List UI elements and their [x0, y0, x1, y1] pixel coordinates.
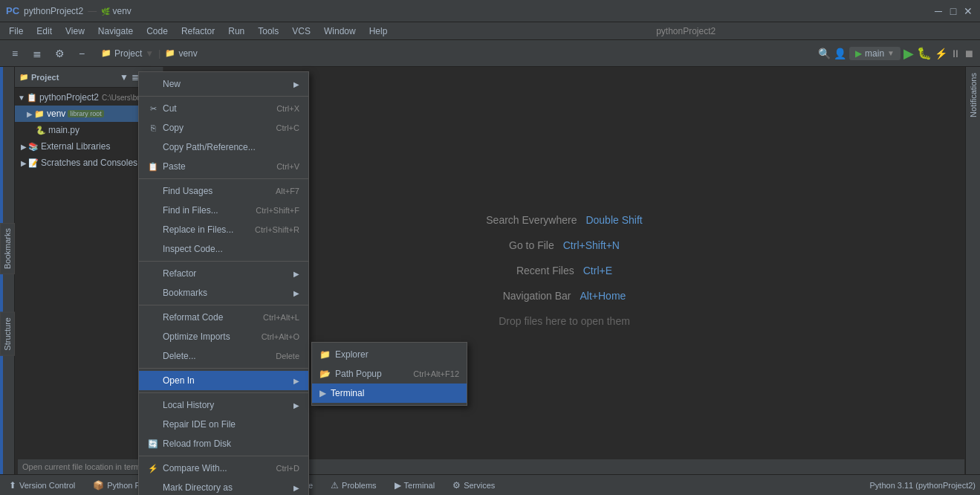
ctx-cut[interactable]: ✂ Cut Ctrl+X — [139, 99, 308, 118]
ctx-repair-ide[interactable]: Repair IDE on File — [139, 415, 308, 434]
ctx-replace-files[interactable]: Replace in Files... Ctrl+Shift+R — [139, 220, 308, 239]
breadcrumb-project[interactable]: Project — [114, 48, 142, 59]
ctx-open-in[interactable]: Open In ▶ — [139, 371, 308, 390]
notifications-tab[interactable]: Notifications — [969, 67, 978, 123]
ctx-find-files[interactable]: Find in Files... Ctrl+Shift+F — [139, 201, 308, 220]
expand-all-btn[interactable]: ≡ — [6, 45, 24, 62]
ctx-find-files-label: Find in Files... — [163, 205, 218, 216]
menu-vcs[interactable]: VCS — [286, 25, 317, 38]
collapse-all-btn[interactable]: ≣ — [28, 45, 46, 62]
run-button[interactable]: ▶ — [903, 45, 914, 62]
hint-search-key: Double Shift — [585, 214, 642, 226]
profile-button[interactable]: ⚡ — [935, 48, 947, 59]
debug-button[interactable]: 🐛 — [917, 46, 932, 60]
hint-search: Search Everywhere Double Shift — [486, 214, 642, 226]
ctx-paste-shortcut: Ctrl+V — [276, 162, 299, 171]
close-button[interactable]: ✕ — [962, 5, 974, 17]
stop-button[interactable]: ⏹ — [964, 48, 974, 59]
terminal-label: Terminal — [331, 388, 364, 398]
ctx-bookmarks[interactable]: Bookmarks ▶ — [139, 283, 308, 302]
library-badge: library root — [68, 110, 104, 117]
ctx-compare-label: Compare With... — [163, 463, 227, 473]
run-config-selector[interactable]: ▶ main ▼ — [849, 47, 901, 60]
breadcrumb-venv[interactable]: venv — [178, 48, 197, 59]
ctx-inspect-code[interactable]: Inspect Code... — [139, 239, 308, 259]
branch-indicator: 🌿 venv — [101, 6, 132, 16]
ctx-copy-path[interactable]: Copy Path/Reference... — [139, 138, 308, 157]
ctx-find-usages[interactable]: Find Usages Alt+F7 — [139, 181, 308, 201]
menu-run[interactable]: Run — [222, 25, 250, 38]
structure-sidebar-tab[interactable]: Structure — [0, 312, 15, 356]
panel-dropdown-btn[interactable]: ▼ — [120, 72, 129, 82]
ctx-reformat[interactable]: Reformat Code Ctrl+Alt+L — [139, 308, 308, 327]
ctx-repair-ide-label: Repair IDE on File — [163, 419, 236, 430]
avatar[interactable]: 👤 — [834, 48, 846, 59]
ctx-mark-dir-arrow: ▶ — [293, 484, 299, 492]
ctx-delete[interactable]: Delete... Delete — [139, 346, 308, 366]
menu-help[interactable]: Help — [363, 25, 394, 38]
ctx-sep-5 — [139, 368, 308, 369]
ctx-optimize-label: Optimize Imports — [163, 331, 230, 342]
explorer-icon: 📁 — [319, 349, 331, 360]
ctx-copy-label: Copy — [163, 123, 184, 133]
menu-tools[interactable]: Tools — [252, 25, 285, 38]
submenu-path-popup[interactable]: 📂 Path Popup Ctrl+Alt+F12 — [312, 364, 467, 384]
reload-disk-icon: 🔄 — [148, 439, 158, 449]
ctx-sep-6 — [139, 392, 308, 393]
pause-button[interactable]: ⏸ — [950, 48, 961, 59]
minimize-panel-btn[interactable]: − — [73, 45, 91, 62]
ctx-replace-files-shortcut: Ctrl+Shift+R — [255, 225, 299, 234]
bookmarks-sidebar-tab[interactable]: Bookmarks — [0, 223, 15, 274]
minimize-button[interactable]: ─ — [932, 5, 944, 17]
ctx-refactor[interactable]: Refactor ▶ — [139, 264, 308, 283]
status-text: Open current file location in terminal — [22, 462, 153, 471]
ctx-paste[interactable]: 📋 Paste Ctrl+V — [139, 157, 308, 176]
title-bar-right: ─ □ ✕ — [932, 5, 974, 17]
project-header-icon: 📁 — [19, 73, 28, 81]
ctx-copy[interactable]: ⎘ Copy Ctrl+C — [139, 118, 308, 138]
submenu-explorer[interactable]: 📁 Explorer — [312, 345, 467, 364]
tab-version-control[interactable]: ⬆ Version Control — [4, 479, 79, 492]
menu-code[interactable]: Code — [140, 25, 174, 38]
submenu-terminal[interactable]: ▶ Terminal — [312, 384, 467, 403]
python-version: Python 3.11 (pythonProject2) — [870, 481, 976, 490]
menu-refactor[interactable]: Refactor — [175, 25, 221, 38]
path-popup-label: Path Popup — [335, 369, 382, 379]
title-bar-left: PC pythonProject2 — 🌿 venv — [6, 5, 132, 16]
scratches-label: Scratches and Consoles — [41, 158, 137, 168]
compare-icon: ⚡ — [148, 464, 158, 473]
menu-file[interactable]: File — [3, 25, 29, 38]
tab-terminal-label: Terminal — [404, 481, 435, 490]
hint-recent: Recent Files Ctrl+E — [516, 265, 612, 276]
maximize-button[interactable]: □ — [947, 5, 959, 17]
ctx-new-arrow: ▶ — [293, 80, 299, 88]
menu-view[interactable]: View — [59, 25, 91, 38]
hint-navbar-key: Alt+Home — [580, 290, 626, 302]
settings-btn[interactable]: ⚙ — [51, 45, 68, 62]
ctx-reformat-label: Reformat Code — [163, 312, 223, 323]
terminal-icon: ▶ — [319, 388, 326, 398]
ctx-refactor-arrow: ▶ — [293, 270, 299, 278]
menu-navigate[interactable]: Navigate — [92, 25, 139, 38]
submenu-open-in: 📁 Explorer 📂 Path Popup Ctrl+Alt+F12 ▶ T… — [311, 342, 467, 406]
project-label: pythonProject2 — [39, 92, 99, 103]
tab-problems[interactable]: ⚠ Problems — [326, 479, 380, 492]
menu-edit[interactable]: Edit — [30, 25, 58, 38]
tab-terminal[interactable]: ▶ Terminal — [390, 479, 440, 492]
ctx-reformat-shortcut: Ctrl+Alt+L — [263, 313, 299, 322]
tab-services[interactable]: ⚙ Services — [448, 479, 499, 492]
menu-window[interactable]: Window — [318, 25, 362, 38]
ctx-compare-shortcut: Ctrl+D — [276, 464, 299, 473]
ctx-optimize-imports[interactable]: Optimize Imports Ctrl+Alt+O — [139, 327, 308, 346]
ctx-sep-1 — [139, 96, 308, 97]
paste-icon: 📋 — [148, 162, 158, 172]
ctx-mark-dir[interactable]: Mark Directory as ▶ — [139, 478, 308, 495]
ctx-copy-shortcut: Ctrl+C — [276, 123, 299, 132]
ctx-local-history[interactable]: Local History ▶ — [139, 395, 308, 415]
search-everywhere-btn[interactable]: 🔍 — [818, 48, 831, 59]
ctx-reload-disk[interactable]: 🔄 Reload from Disk — [139, 434, 308, 453]
hint-navbar-label: Navigation Bar — [503, 290, 571, 302]
ctx-compare-with[interactable]: ⚡ Compare With... Ctrl+D — [139, 459, 308, 478]
ctx-find-files-shortcut: Ctrl+Shift+F — [256, 206, 299, 215]
ctx-new[interactable]: New ▶ — [139, 74, 308, 94]
